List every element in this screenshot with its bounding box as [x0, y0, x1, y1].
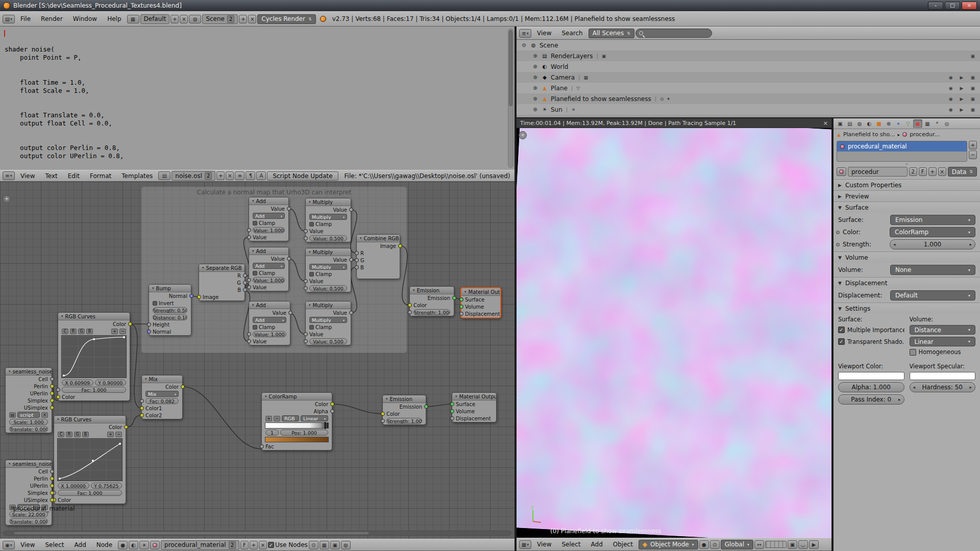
channel-g-button[interactable]: G [74, 432, 81, 437]
ramp-interpolation-dropdown[interactable]: Linear▾ [301, 415, 328, 421]
invert-checkbox[interactable] [153, 301, 157, 306]
render-engine-dropdown[interactable]: Cycles Render⇅ [257, 14, 315, 24]
translate-slider[interactable]: Translate: 0.000 [9, 426, 48, 432]
node-editor-hscrollbar[interactable] [3, 531, 511, 536]
slot-add-button[interactable]: + [969, 141, 977, 149]
socket[interactable] [304, 332, 308, 336]
hardness-field[interactable]: ◂Hardness: 50▸ [910, 382, 976, 392]
viewport-3d[interactable]: Time:00:01.04 | Mem:13.92M, Peak:13.92M … [517, 118, 831, 538]
render-ogl-icon[interactable]: ▶ [809, 540, 819, 549]
node-menu-add[interactable]: Add [70, 540, 91, 549]
text-editor[interactable]: shader noise( point Point = P, float Tim… [0, 27, 514, 170]
tab-constraints-icon[interactable]: ⊗ [884, 119, 893, 128]
outliner-row-world[interactable]: ⊕ ◐ World [517, 61, 980, 72]
socket[interactable] [50, 377, 54, 381]
translate-slider[interactable]: Translate: 0.000 [9, 518, 48, 524]
socket[interactable] [140, 413, 144, 417]
strength-field[interactable]: ◂1.000▸ [890, 239, 975, 249]
socket[interactable] [50, 498, 54, 502]
pass-index-field[interactable]: Pass Index: 0▸ [838, 394, 904, 405]
material-add-button[interactable]: + [928, 167, 937, 176]
socket[interactable] [247, 339, 251, 343]
multiple-importance-checkbox[interactable]: ✓ [838, 327, 845, 333]
fake-user-button[interactable]: F [240, 541, 249, 549]
volume-shader-dropdown[interactable]: None▾ [890, 265, 975, 275]
select-menu[interactable]: Select [557, 540, 585, 549]
socket[interactable] [140, 399, 144, 403]
socket[interactable] [197, 295, 201, 299]
socket[interactable] [147, 322, 151, 327]
node-seamless-noise-1[interactable]: ▾seamless_noise Cell Perlin UPerlin Simp… [5, 367, 52, 433]
socket[interactable] [304, 339, 308, 343]
node-emission-mid[interactable]: ▾Emission Emission Color Strength: 1.000 [382, 395, 426, 425]
menu-render[interactable]: Render [36, 14, 67, 23]
socket[interactable] [355, 251, 359, 255]
math-operation-dropdown[interactable]: Multiply▾ [309, 317, 347, 323]
material-unlink-button[interactable]: × [938, 167, 946, 176]
socket[interactable] [355, 265, 359, 269]
clamp-checkbox[interactable] [309, 222, 314, 227]
socket[interactable] [50, 406, 54, 410]
outliner-filter-dropdown[interactable]: All Scenes⇅ [589, 29, 634, 38]
node-combine-rgb[interactable]: ▾Combine RGB Image R G B [356, 234, 400, 279]
node-math-add-2[interactable]: ▾Add Value Add▾ Clamp Value: 1.000 Value [249, 247, 289, 291]
screen-layout-icon[interactable]: ▦ [127, 15, 139, 23]
mix-blend-dropdown[interactable]: Mix▾ [145, 391, 179, 397]
node-math-multiply-2[interactable]: ▾Multiply Value Multiply▾ Clamp Value Va… [305, 248, 351, 292]
curve-zoom-out-icon[interactable]: − [115, 432, 122, 437]
tab-render-layers-icon[interactable]: ▤ [845, 119, 854, 128]
panel-preview[interactable]: ▶Preview [834, 190, 980, 202]
node-emission-top[interactable]: ▾Emission Emission Color Strength: 1.000 [409, 286, 454, 316]
script-source-icon[interactable]: ▤ [9, 412, 16, 418]
node-seamless-noise-2[interactable]: ▾seamless_noise Cell Perlin UPerlin Simp… [5, 460, 52, 525]
color-input-dropdown[interactable]: ColorRamp▾ [890, 227, 975, 237]
socket[interactable] [247, 278, 251, 282]
expander-icon[interactable]: ⊕ [532, 74, 538, 80]
shader-type-lamp-icon[interactable]: ☀ [139, 541, 149, 549]
selectable-toggle-icon[interactable]: ▶ [960, 75, 964, 80]
socket[interactable] [304, 279, 308, 283]
outliner-type-icon[interactable]: ≣▾ [519, 29, 531, 38]
homogeneous-checkbox[interactable] [910, 349, 916, 356]
curve-zoom-in-icon[interactable]: + [111, 329, 118, 334]
ramp-stop-index[interactable]: 1 [265, 430, 279, 436]
add-menu[interactable]: Add [586, 540, 607, 549]
scene-add-button[interactable]: + [239, 15, 247, 23]
menu-window[interactable]: Window [68, 14, 102, 23]
node-editor-region-plus[interactable]: + [3, 195, 11, 203]
render-close-icon[interactable]: × [823, 120, 828, 127]
socket[interactable] [349, 258, 353, 262]
fake-user-button[interactable]: F [919, 167, 927, 176]
channel-g-button[interactable]: G [78, 329, 85, 334]
outliner-search-input[interactable] [635, 29, 712, 38]
tab-physics-icon[interactable]: ◎ [942, 119, 951, 128]
selectable-toggle-icon[interactable]: ▶ [960, 107, 964, 112]
tab-object-data-icon[interactable]: ▽ [903, 119, 913, 128]
material-unlink-button[interactable]: × [259, 541, 267, 549]
distance-slider[interactable]: Distance: 0.100 [153, 314, 187, 320]
text-add-button[interactable]: + [216, 171, 225, 180]
maximize-button[interactable]: □ [945, 2, 960, 10]
material-browse-icon[interactable] [837, 167, 846, 176]
scene-users-count[interactable]: 2 [227, 15, 234, 23]
layout-add-button[interactable]: + [170, 15, 179, 23]
node-math-add-1[interactable]: ▾Add Value Add▾ Clamp Value: 1.000 Value [249, 197, 289, 241]
socket[interactable] [349, 311, 353, 315]
node-material-output-mid[interactable]: ▾Material Output Surface Volume Displace… [452, 392, 497, 422]
curve-zoom-in-icon[interactable]: + [107, 432, 114, 437]
ramp-stop-position[interactable]: Pos: 1.000 [280, 430, 328, 436]
text-menu-text[interactable]: Text [40, 171, 62, 181]
link-data-dropdown[interactable]: Data⇅ [948, 167, 977, 177]
outliner-row-scene[interactable]: ⊖ ◍ Scene [517, 40, 980, 51]
tab-render-icon[interactable]: ▣ [836, 119, 845, 128]
fac-slider[interactable]: Fac: 1.000 [58, 490, 122, 496]
socket[interactable] [147, 330, 151, 334]
node-rgb-curves-1[interactable]: ▾RGB Curves Color C R G B + − X 0.60909 … [58, 312, 130, 401]
node-rgb-curves-2[interactable]: ▾RGB Curves Color C R G B + − X 1.00000 … [54, 415, 126, 504]
channel-b-button[interactable]: B [82, 432, 89, 437]
render-toggle-icon[interactable]: ▣ [970, 96, 975, 102]
socket[interactable] [459, 297, 463, 302]
minimize-button[interactable]: – [928, 2, 943, 10]
material-add-button[interactable]: + [250, 541, 258, 549]
socket[interactable] [287, 207, 291, 211]
